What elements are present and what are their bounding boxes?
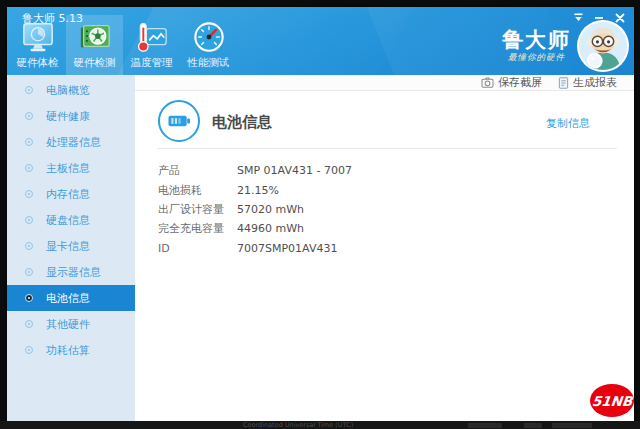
camera-icon	[481, 77, 494, 88]
tray-item	[468, 423, 502, 428]
os-taskbar: Coordinated Universal Time (UTC)	[0, 421, 640, 429]
brand-name: 鲁大师	[502, 29, 571, 52]
mascot-avatar-icon	[577, 20, 629, 72]
bullet-icon	[25, 86, 33, 94]
minimize-button[interactable]	[593, 12, 605, 23]
sidebar-item-gpu-info[interactable]: 显卡信息	[7, 233, 135, 259]
minimize-icon	[594, 13, 604, 22]
window-controls	[572, 12, 626, 23]
field-row-wear-level: 电池损耗 21.15%	[158, 180, 352, 199]
taskbar-clock-text: Coordinated Universal Time (UTC)	[243, 421, 353, 429]
ludashi-window: 鲁大师 5.13	[7, 7, 634, 421]
sidebar-item-computer-overview[interactable]: 电脑概览	[7, 77, 135, 103]
close-icon	[615, 13, 625, 23]
field-row-product: 产品 SMP 01AV431 - 7007	[158, 161, 352, 180]
desktop: 鲁大师 5.13	[0, 0, 640, 429]
tab-label: 温度管理	[131, 56, 173, 70]
tab-label: 硬件检测	[74, 56, 116, 70]
battery-section-icon	[158, 100, 200, 142]
section-divider	[158, 148, 617, 149]
field-row-full-charge-capacity: 完全充电容量 44960 mWh	[158, 219, 352, 238]
window-title: 鲁大师 5.13	[22, 11, 83, 26]
brand-slogan: 最懂你的硬件	[502, 52, 571, 64]
bullet-icon	[25, 216, 33, 224]
sidebar-item-memory-info[interactable]: 内存信息	[7, 181, 135, 207]
tray-item	[524, 423, 542, 428]
bullet-icon	[25, 164, 33, 172]
close-button[interactable]	[614, 12, 626, 23]
bullet-icon	[25, 112, 33, 120]
sidebar-item-hardware-health[interactable]: 硬件健康	[7, 103, 135, 129]
bullet-icon	[25, 138, 33, 146]
bullet-icon	[25, 294, 33, 302]
content-panel: 保存截屏 生成报表	[135, 75, 634, 421]
section-title: 电池信息	[212, 113, 272, 132]
tray-item	[552, 423, 592, 428]
thermometer-chart-icon	[135, 21, 169, 54]
sidebar-item-power-estimate[interactable]: 功耗估算	[7, 337, 135, 363]
speedometer-icon	[192, 21, 226, 54]
generate-report-button[interactable]: 生成报表	[558, 75, 617, 90]
save-screenshot-button[interactable]: 保存截屏	[481, 75, 542, 90]
tab-temperature[interactable]: 温度管理	[123, 15, 180, 75]
content-toolbar: 保存截屏 生成报表	[135, 75, 634, 91]
field-row-id: ID 7007SMP01AV431	[158, 239, 352, 258]
51nb-watermark-logo: 51NB	[590, 384, 634, 417]
bullet-icon	[25, 190, 33, 198]
sidebar-item-disk-info[interactable]: 硬盘信息	[7, 207, 135, 233]
brand-logo: 鲁大师 最懂你的硬件	[502, 20, 629, 72]
sidebar-item-battery-info[interactable]: 电池信息	[7, 285, 135, 311]
sidebar-item-processor-info[interactable]: 处理器信息	[7, 129, 135, 155]
tab-label: 硬件体检	[17, 56, 59, 70]
skin-menu-icon	[573, 13, 584, 22]
sidebar-item-other-hardware[interactable]: 其他硬件	[7, 311, 135, 337]
sidebar-item-display-info[interactable]: 显示器信息	[7, 259, 135, 285]
sidebar-item-motherboard-info[interactable]: 主板信息	[7, 155, 135, 181]
tab-benchmark[interactable]: 性能测试	[180, 15, 237, 75]
battery-fields: 产品 SMP 01AV431 - 7007 电池损耗 21.15% 出厂设计容量…	[158, 161, 352, 258]
tab-label: 性能测试	[188, 56, 230, 70]
window-header: 鲁大师 5.13	[7, 7, 634, 75]
report-document-icon	[558, 77, 569, 89]
bullet-icon	[25, 268, 33, 276]
battery-icon	[168, 114, 191, 128]
field-row-design-capacity: 出厂设计容量 57020 mWh	[158, 200, 352, 219]
bullet-icon	[25, 346, 33, 354]
skin-menu-button[interactable]	[572, 12, 584, 23]
copy-info-link[interactable]: 复制信息	[546, 116, 590, 131]
bullet-icon	[25, 320, 33, 328]
bullet-icon	[25, 242, 33, 250]
sidebar: 电脑概览 硬件健康 处理器信息 主板信息 内存信息 硬盘信息 显卡信息 显示器信…	[7, 75, 135, 421]
